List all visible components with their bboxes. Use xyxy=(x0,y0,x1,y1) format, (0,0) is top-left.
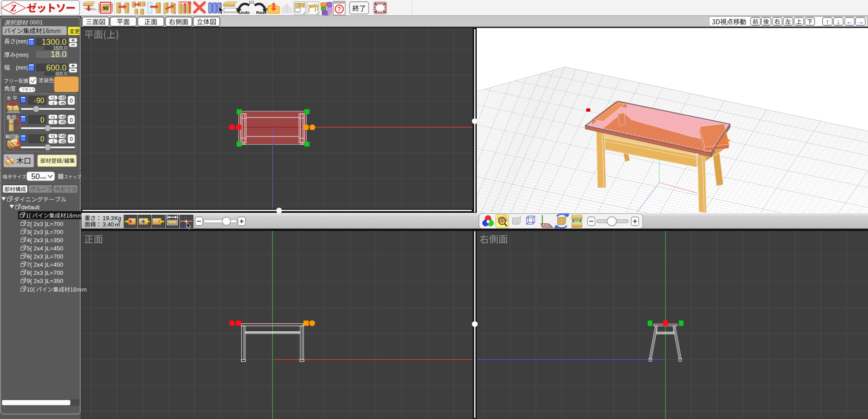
svg-text:600.0: 600.0 xyxy=(46,63,66,72)
svg-text:Kg: Kg xyxy=(114,215,121,221)
svg-text:+45: +45 xyxy=(59,95,66,100)
svg-text:mm: mm xyxy=(40,176,47,180)
svg-text:default: default xyxy=(21,204,40,211)
svg-text:-90: -90 xyxy=(34,97,44,104)
svg-text:50: 50 xyxy=(31,172,40,181)
svg-text:6{ 2x3 }L=700: 6{ 2x3 }L=700 xyxy=(27,253,63,260)
svg-text:Redo: Redo xyxy=(256,10,267,15)
svg-text:1300.0: 1300.0 xyxy=(42,38,66,47)
svg-text:-45: -45 xyxy=(59,139,65,144)
svg-text:1/1: 1/1 xyxy=(249,0,255,5)
svg-text:-1: -1 xyxy=(51,139,55,144)
svg-text:0: 0 xyxy=(40,135,44,143)
svg-text:←: ← xyxy=(846,18,853,25)
svg-text:+1: +1 xyxy=(51,95,55,100)
svg-text:3{ 2x3 }L=700: 3{ 2x3 }L=700 xyxy=(27,229,63,235)
svg-text:0: 0 xyxy=(70,117,73,123)
svg-text:18.0: 18.0 xyxy=(51,50,66,59)
svg-text:8{ 2x3 }L=700: 8{ 2x3 }L=700 xyxy=(27,269,63,276)
svg-text:-45: -45 xyxy=(59,101,65,105)
svg-text:5{ 2x4 }L=450: 5{ 2x4 }L=450 xyxy=(27,245,63,252)
svg-text:0: 0 xyxy=(70,98,73,104)
svg-text:9{ 2x3 }L=350: 9{ 2x3 }L=350 xyxy=(27,278,63,284)
svg-text:4{ 2x3 }L=350: 4{ 2x3 }L=350 xyxy=(27,237,63,244)
svg-text:↑: ↑ xyxy=(826,18,830,25)
svg-text:→: → xyxy=(857,18,864,25)
svg-text:0001: 0001 xyxy=(30,19,43,26)
svg-text:7{ 2x4 }L=450: 7{ 2x4 }L=450 xyxy=(27,261,63,268)
svg-text:(mm): (mm) xyxy=(16,52,28,58)
svg-text:2{ 2x3 }L=700: 2{ 2x3 }L=700 xyxy=(27,221,63,227)
svg-text:+1: +1 xyxy=(51,134,55,138)
svg-text:19.3: 19.3 xyxy=(103,215,114,221)
svg-text:+1: +1 xyxy=(51,115,55,119)
svg-text:-1: -1 xyxy=(51,101,55,105)
svg-text:Z: Z xyxy=(10,3,17,14)
svg-text:600.0: 600.0 xyxy=(55,71,66,76)
svg-text:Undo: Undo xyxy=(239,10,250,15)
svg-text:↓: ↓ xyxy=(837,18,840,25)
svg-text:+45: +45 xyxy=(59,134,66,138)
svg-text:0: 0 xyxy=(70,136,73,142)
svg-text:-1: -1 xyxy=(51,120,55,124)
svg-text:+45: +45 xyxy=(59,115,66,119)
svg-text:0: 0 xyxy=(40,116,44,124)
svg-text:90: 90 xyxy=(103,5,108,11)
svg-text:3.40: 3.40 xyxy=(103,221,114,228)
svg-text:(mm): (mm) xyxy=(16,38,28,45)
svg-text:(mm): (mm) xyxy=(16,65,28,71)
svg-text:?: ? xyxy=(337,5,342,13)
svg-text:-45: -45 xyxy=(59,120,65,124)
